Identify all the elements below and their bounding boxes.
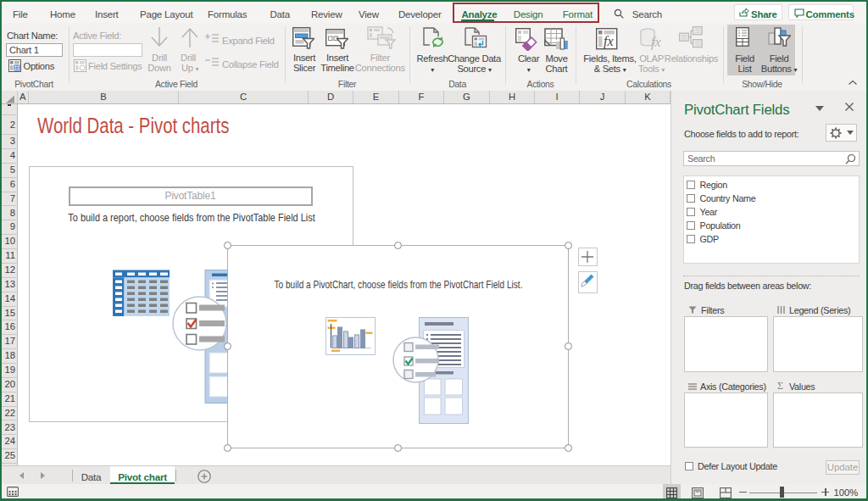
svg-text:fx: fx (604, 34, 614, 49)
svg-text:fx: fx (651, 35, 661, 50)
